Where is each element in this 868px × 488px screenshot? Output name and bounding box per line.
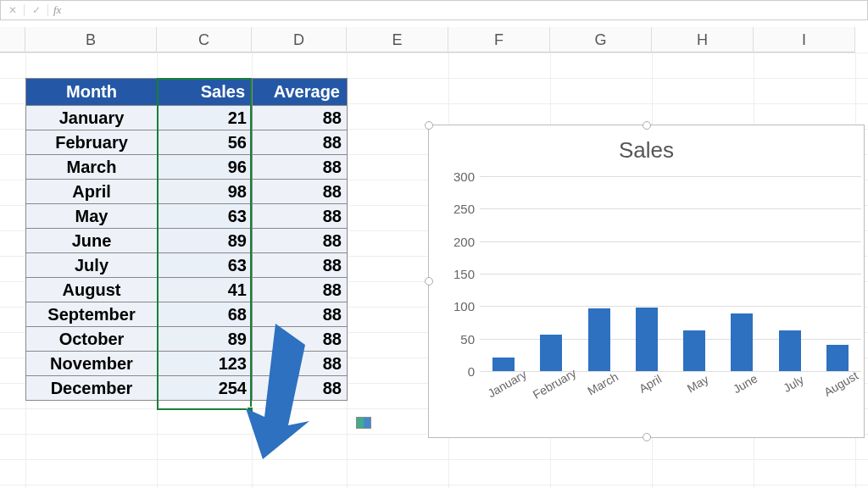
cell-month[interactable]: September	[26, 302, 158, 327]
y-axis-tick: 100	[453, 299, 475, 313]
header-month[interactable]: Month	[26, 79, 158, 106]
y-axis-tick: 0	[468, 364, 475, 379]
y-axis-tick: 300	[453, 169, 475, 184]
chart-plot-area[interactable]: 050100150200250300	[480, 176, 861, 371]
cell-sales[interactable]: 254	[158, 376, 253, 401]
y-axis-tick: 250	[453, 202, 475, 216]
cell-sales[interactable]: 63	[158, 204, 253, 229]
chart-resize-handle[interactable]	[425, 277, 433, 286]
cell-average[interactable]: 88	[253, 130, 348, 155]
col-header[interactable]: C	[157, 27, 252, 53]
worksheet[interactable]: Month Sales Average January2188February5…	[0, 53, 868, 488]
table-row[interactable]: April9888	[26, 180, 348, 204]
table-row[interactable]: May6388	[26, 204, 348, 229]
cell-average[interactable]: 88	[253, 352, 348, 376]
cell-month[interactable]: July	[26, 253, 158, 278]
cell-month[interactable]: June	[26, 229, 158, 253]
formula-bar: ✕ ✓ fx	[0, 0, 868, 20]
chart-resize-handle[interactable]	[643, 433, 651, 441]
table-row[interactable]: February5688	[26, 130, 348, 155]
cell-average[interactable]: 88	[253, 155, 348, 180]
col-header[interactable]: B	[25, 27, 157, 53]
cell-sales[interactable]: 123	[158, 352, 253, 376]
chart-bar[interactable]	[683, 330, 705, 371]
chart-bar[interactable]	[540, 335, 562, 371]
cell-average[interactable]: 88	[253, 253, 348, 278]
table-row[interactable]: March9688	[26, 155, 348, 180]
table-row[interactable]: July6388	[26, 253, 348, 278]
cell-sales[interactable]: 89	[158, 229, 253, 253]
cell-average[interactable]: 88	[253, 204, 348, 229]
chart-resize-handle[interactable]	[425, 121, 433, 130]
quick-analysis-icon[interactable]	[356, 417, 371, 429]
table-row[interactable]: November12388	[26, 352, 348, 376]
y-axis-tick: 150	[453, 267, 475, 281]
chart-title[interactable]: Sales	[429, 125, 864, 167]
cell-average[interactable]: 88	[253, 106, 348, 130]
cell-month[interactable]: May	[26, 204, 158, 229]
cell-month[interactable]: March	[26, 155, 158, 180]
cell-month[interactable]: November	[26, 352, 158, 376]
y-axis-tick: 50	[460, 331, 475, 346]
col-header[interactable]: G	[550, 27, 652, 53]
table-row[interactable]: August4188	[26, 278, 348, 302]
table-row[interactable]: September6888	[26, 302, 348, 327]
col-header[interactable]: D	[252, 27, 347, 53]
table-row[interactable]: December25488	[26, 376, 348, 401]
chart-bar[interactable]	[636, 308, 658, 371]
table-row[interactable]: October8988	[26, 327, 348, 352]
table-row[interactable]: June8988	[26, 229, 348, 253]
chart-bar[interactable]	[779, 330, 801, 371]
table-header-row: Month Sales Average	[26, 79, 348, 106]
chart-resize-handle[interactable]	[643, 121, 651, 130]
cell-average[interactable]: 88	[253, 302, 348, 327]
cell-average[interactable]: 88	[253, 278, 348, 302]
cell-sales[interactable]: 56	[158, 130, 253, 155]
col-header-corner[interactable]	[0, 27, 25, 53]
col-header[interactable]: E	[347, 27, 448, 53]
cell-month[interactable]: April	[26, 180, 158, 204]
header-sales[interactable]: Sales	[158, 79, 253, 106]
cell-average[interactable]: 88	[253, 376, 348, 401]
cell-month[interactable]: February	[26, 130, 158, 155]
fx-icon[interactable]: fx	[48, 3, 66, 17]
cell-average[interactable]: 88	[253, 229, 348, 253]
chart-bar[interactable]	[731, 313, 753, 371]
col-header[interactable]: H	[652, 27, 754, 53]
chart-bar[interactable]	[588, 308, 610, 371]
formula-input[interactable]	[66, 1, 867, 19]
cell-sales[interactable]: 89	[158, 327, 253, 352]
header-average[interactable]: Average	[253, 79, 348, 106]
cancel-button[interactable]: ✕	[1, 4, 25, 16]
data-table[interactable]: Month Sales Average January2188February5…	[25, 78, 348, 401]
chart-object[interactable]: Sales 050100150200250300 JanuaryFebruary…	[428, 125, 865, 438]
table-row[interactable]: January2188	[26, 106, 348, 130]
cell-month[interactable]: October	[26, 327, 158, 352]
chart-bar[interactable]	[826, 345, 849, 371]
cell-sales[interactable]: 98	[158, 180, 253, 204]
cell-sales[interactable]: 21	[158, 106, 253, 130]
cell-month[interactable]: August	[26, 278, 158, 302]
column-headers: B C D E F G H I	[0, 27, 868, 53]
cell-average[interactable]: 88	[253, 180, 348, 204]
cell-average[interactable]: 88	[253, 327, 348, 352]
col-header[interactable]: I	[754, 27, 855, 53]
chart-bar[interactable]	[492, 358, 515, 371]
fill-handle[interactable]	[247, 407, 253, 413]
cell-sales[interactable]: 96	[158, 155, 253, 180]
confirm-button[interactable]: ✓	[25, 4, 48, 16]
cell-sales[interactable]: 68	[158, 302, 253, 327]
cell-month[interactable]: December	[26, 376, 158, 401]
cell-sales[interactable]: 63	[158, 253, 253, 278]
y-axis-tick: 200	[453, 234, 475, 248]
col-header[interactable]: F	[448, 27, 550, 53]
cell-sales[interactable]: 41	[158, 278, 253, 302]
cell-month[interactable]: January	[26, 106, 158, 130]
